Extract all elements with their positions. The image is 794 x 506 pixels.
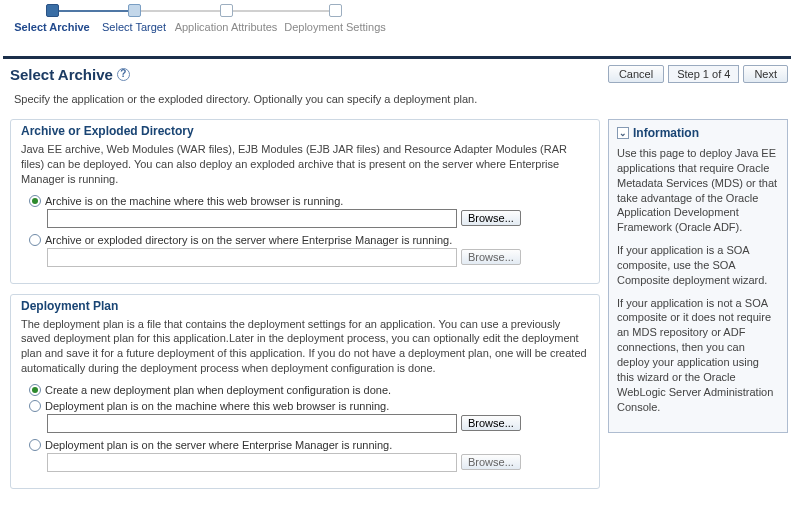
plan-create-label: Create a new deployment plan when deploy… bbox=[45, 384, 391, 396]
archive-local-input-row: Browse... bbox=[47, 209, 589, 228]
archive-server-browse-button[interactable]: Browse... bbox=[461, 249, 521, 265]
train-box-icon bbox=[329, 4, 342, 17]
plan-server-browse-button[interactable]: Browse... bbox=[461, 454, 521, 470]
information-title-row: ⌄ Information bbox=[617, 126, 779, 140]
archive-local-browse-button[interactable]: Browse... bbox=[461, 210, 521, 226]
plan-local-input-row: Browse... bbox=[47, 414, 589, 433]
train-box-icon bbox=[46, 4, 59, 17]
header-actions: Cancel Step 1 of 4 Next bbox=[608, 65, 788, 83]
archive-section-text: Java EE archive, Web Modules (WAR files)… bbox=[21, 142, 589, 187]
train-label: Select Archive bbox=[14, 21, 89, 33]
train-step-deployment-settings: Deployment Settings bbox=[280, 4, 390, 33]
page-header: Select Archive ? Cancel Step 1 of 4 Next bbox=[0, 59, 794, 89]
info-paragraph: If your application is a SOA composite, … bbox=[617, 243, 779, 288]
train-step-application-attributes: Application Attributes bbox=[172, 4, 280, 33]
plan-server-input-row: Browse... bbox=[47, 453, 589, 472]
information-title: Information bbox=[633, 126, 699, 140]
radio-icon[interactable] bbox=[29, 234, 41, 246]
train-label: Application Attributes bbox=[175, 21, 278, 33]
plan-local-radio-row[interactable]: Deployment plan is on the machine where … bbox=[29, 400, 589, 412]
radio-icon[interactable] bbox=[29, 400, 41, 412]
archive-server-input-row: Browse... bbox=[47, 248, 589, 267]
train-label: Select Target bbox=[102, 21, 166, 33]
help-icon[interactable]: ? bbox=[117, 68, 130, 81]
archive-server-input[interactable] bbox=[47, 248, 457, 267]
plan-local-label: Deployment plan is on the machine where … bbox=[45, 400, 389, 412]
wizard-train: Select Archive Select Target Application… bbox=[0, 0, 794, 34]
information-text: Use this page to deploy Java EE applicat… bbox=[617, 146, 779, 414]
train-line bbox=[52, 10, 140, 12]
deployment-plan-section: Deployment Plan The deployment plan is a… bbox=[10, 294, 600, 489]
plan-create-radio-row[interactable]: Create a new deployment plan when deploy… bbox=[29, 384, 589, 396]
train-step-select-target[interactable]: Select Target bbox=[96, 4, 172, 33]
info-paragraph: If your application is not a SOA composi… bbox=[617, 296, 779, 415]
plan-server-label: Deployment plan is on the server where E… bbox=[45, 439, 392, 451]
plan-server-radio-row[interactable]: Deployment plan is on the server where E… bbox=[29, 439, 589, 451]
right-column: ⌄ Information Use this page to deploy Ja… bbox=[608, 119, 788, 499]
plan-local-browse-button[interactable]: Browse... bbox=[461, 415, 521, 431]
train-line bbox=[226, 10, 336, 12]
main-layout: Archive or Exploded Directory Java EE ar… bbox=[0, 119, 794, 499]
plan-server-input[interactable] bbox=[47, 453, 457, 472]
information-panel: ⌄ Information Use this page to deploy Ja… bbox=[608, 119, 788, 433]
archive-local-radio-row[interactable]: Archive is on the machine where this web… bbox=[29, 195, 589, 207]
step-indicator: Step 1 of 4 bbox=[668, 65, 739, 83]
radio-icon[interactable] bbox=[29, 384, 41, 396]
archive-local-input[interactable] bbox=[47, 209, 457, 228]
cancel-button[interactable]: Cancel bbox=[608, 65, 664, 83]
archive-server-radio-row[interactable]: Archive or exploded directory is on the … bbox=[29, 234, 589, 246]
page-description: Specify the application or the exploded … bbox=[0, 89, 794, 119]
archive-section-title: Archive or Exploded Directory bbox=[21, 124, 589, 138]
plan-section-title: Deployment Plan bbox=[21, 299, 589, 313]
plan-local-input[interactable] bbox=[47, 414, 457, 433]
archive-local-label: Archive is on the machine where this web… bbox=[45, 195, 343, 207]
radio-icon[interactable] bbox=[29, 439, 41, 451]
page-title: Select Archive ? bbox=[10, 66, 608, 83]
plan-section-text: The deployment plan is a file that conta… bbox=[21, 317, 589, 376]
archive-section: Archive or Exploded Directory Java EE ar… bbox=[10, 119, 600, 284]
left-column: Archive or Exploded Directory Java EE ar… bbox=[10, 119, 600, 499]
page-title-text: Select Archive bbox=[10, 66, 113, 83]
train-box-icon bbox=[128, 4, 141, 17]
train-step-select-archive[interactable]: Select Archive bbox=[8, 4, 96, 33]
train-label: Deployment Settings bbox=[284, 21, 386, 33]
train-box-icon bbox=[220, 4, 233, 17]
train-line bbox=[134, 10, 226, 12]
next-button[interactable]: Next bbox=[743, 65, 788, 83]
chevron-down-icon[interactable]: ⌄ bbox=[617, 127, 629, 139]
archive-server-label: Archive or exploded directory is on the … bbox=[45, 234, 452, 246]
radio-icon[interactable] bbox=[29, 195, 41, 207]
info-paragraph: Use this page to deploy Java EE applicat… bbox=[617, 146, 779, 235]
